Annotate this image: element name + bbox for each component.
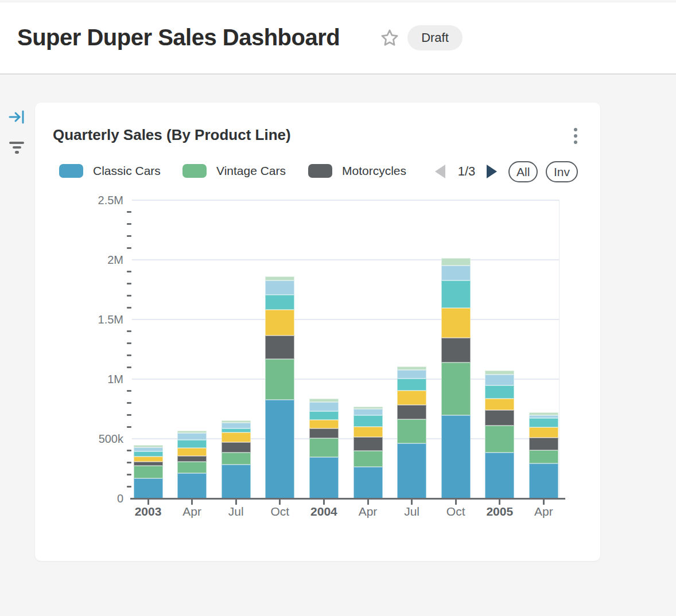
- bar-segment-unlabeled-light-green[interactable]: [134, 445, 163, 447]
- legend-item-classic-cars[interactable]: Classic Cars: [59, 163, 161, 179]
- y-axis-tick-label: 0: [63, 492, 123, 505]
- bar-segment-unlabeled-light-blue[interactable]: [441, 266, 471, 281]
- bar-segment-unlabeled-light-blue[interactable]: [265, 280, 294, 294]
- bar-segment-vintage-cars[interactable]: [309, 438, 339, 457]
- bar-segment-unlabeled-light-green[interactable]: [529, 412, 558, 415]
- bar-segment-unlabeled-teal[interactable]: [485, 385, 514, 399]
- x-axis-tick-label: 2004: [301, 505, 347, 518]
- bar-segment-motorcycles[interactable]: [177, 456, 207, 461]
- legend-item-motorcycles[interactable]: Motorcycles: [308, 163, 406, 179]
- bar-segment-unlabeled-yellow[interactable]: [134, 457, 163, 462]
- bar-segment-unlabeled-teal[interactable]: [397, 379, 426, 391]
- bar-segment-unlabeled-light-green[interactable]: [397, 367, 426, 370]
- bar-segment-unlabeled-light-blue[interactable]: [134, 447, 163, 451]
- bar-segment-unlabeled-light-green[interactable]: [309, 399, 339, 402]
- bar-segment-unlabeled-teal[interactable]: [222, 428, 251, 432]
- x-axis-tick: [323, 500, 325, 505]
- bar-segment-unlabeled-light-blue[interactable]: [222, 423, 251, 428]
- bar-segment-motorcycles[interactable]: [222, 442, 251, 452]
- bar-segment-vintage-cars[interactable]: [397, 419, 426, 443]
- bar-segment-classic-cars[interactable]: [441, 415, 471, 498]
- bar-segment-vintage-cars[interactable]: [485, 426, 514, 453]
- bar-segment-unlabeled-yellow[interactable]: [529, 427, 558, 437]
- y-axis-tick-label: 2M: [63, 253, 123, 267]
- bar-segment-unlabeled-yellow[interactable]: [177, 448, 207, 456]
- status-badge[interactable]: Draft: [407, 25, 463, 50]
- x-axis-tick-label: Jul: [213, 505, 259, 518]
- bar-segment-classic-cars[interactable]: [309, 457, 339, 498]
- bar-segment-classic-cars[interactable]: [397, 443, 426, 498]
- bar-segment-unlabeled-light-green[interactable]: [485, 371, 514, 375]
- bar-segment-unlabeled-teal[interactable]: [309, 411, 339, 420]
- y-axis-minor-tick: [127, 283, 131, 284]
- bar-segment-motorcycles[interactable]: [397, 405, 426, 419]
- legend-select-all-button[interactable]: All: [508, 161, 538, 182]
- chart-plot-area: [132, 200, 560, 498]
- legend-inverse-button[interactable]: Inv: [546, 161, 578, 182]
- bar-segment-motorcycles[interactable]: [309, 428, 339, 439]
- gridline: [132, 200, 560, 201]
- x-axis-tick: [367, 500, 369, 505]
- x-axis-tick: [191, 500, 193, 505]
- bar-segment-classic-cars[interactable]: [134, 478, 163, 498]
- bar-segment-unlabeled-light-green[interactable]: [177, 431, 207, 433]
- bar-segment-unlabeled-light-blue[interactable]: [177, 433, 207, 440]
- bar-segment-unlabeled-yellow[interactable]: [265, 310, 294, 336]
- bar-segment-vintage-cars[interactable]: [441, 362, 471, 415]
- bar-segment-motorcycles[interactable]: [441, 338, 471, 362]
- bar-segment-vintage-cars[interactable]: [222, 453, 251, 465]
- bar-segment-unlabeled-teal[interactable]: [529, 418, 558, 428]
- bar-segment-motorcycles[interactable]: [265, 336, 294, 359]
- bar-segment-unlabeled-light-blue[interactable]: [397, 370, 426, 379]
- bar-segment-classic-cars[interactable]: [177, 473, 207, 498]
- bar-segment-motorcycles[interactable]: [134, 462, 163, 466]
- bar-segment-unlabeled-light-green[interactable]: [353, 407, 383, 408]
- bar-segment-unlabeled-light-blue[interactable]: [529, 415, 558, 418]
- bar-segment-unlabeled-yellow[interactable]: [309, 420, 339, 428]
- bar-segment-unlabeled-light-blue[interactable]: [353, 409, 383, 416]
- bar-segment-unlabeled-teal[interactable]: [134, 451, 163, 457]
- bar-segment-motorcycles[interactable]: [353, 437, 383, 451]
- widget-menu-icon[interactable]: [569, 126, 582, 146]
- legend-next-page-icon[interactable]: [487, 165, 497, 178]
- bar-segment-unlabeled-light-green[interactable]: [441, 258, 471, 266]
- bar-segment-classic-cars[interactable]: [353, 467, 383, 498]
- y-axis-minor-tick: [127, 450, 131, 451]
- bar-segment-unlabeled-light-blue[interactable]: [485, 375, 514, 385]
- bar-segment-vintage-cars[interactable]: [265, 359, 294, 400]
- bar-segment-vintage-cars[interactable]: [529, 450, 558, 464]
- favorite-star-icon[interactable]: [379, 28, 400, 48]
- bar-segment-unlabeled-light-green[interactable]: [222, 420, 251, 423]
- bar-segment-classic-cars[interactable]: [265, 400, 294, 498]
- bar-segment-unlabeled-yellow[interactable]: [441, 308, 471, 338]
- legend-prev-page-icon[interactable]: [435, 165, 445, 178]
- bar-segment-unlabeled-teal[interactable]: [265, 295, 294, 310]
- bar-segment-vintage-cars[interactable]: [353, 451, 383, 467]
- x-axis-tick: [235, 500, 237, 505]
- app-header: Super Duper Sales Dashboard Draft: [0, 0, 676, 75]
- bar-segment-unlabeled-yellow[interactable]: [222, 432, 251, 443]
- bar-segment-unlabeled-yellow[interactable]: [485, 399, 514, 410]
- bar-segment-motorcycles[interactable]: [485, 410, 514, 426]
- bar-segment-motorcycles[interactable]: [529, 438, 558, 450]
- y-axis-minor-tick: [127, 223, 131, 225]
- x-axis-tick-label: Apr: [345, 505, 391, 518]
- bar-segment-unlabeled-teal[interactable]: [177, 440, 207, 448]
- bar-segment-vintage-cars[interactable]: [177, 462, 207, 473]
- bar-segment-classic-cars[interactable]: [485, 453, 514, 498]
- bar-segment-unlabeled-yellow[interactable]: [397, 391, 426, 405]
- bar-segment-unlabeled-light-blue[interactable]: [309, 402, 339, 411]
- y-axis-minor-tick: [127, 486, 131, 488]
- bar-segment-unlabeled-yellow[interactable]: [353, 427, 383, 437]
- bar-segment-unlabeled-teal[interactable]: [353, 415, 383, 426]
- bar-segment-vintage-cars[interactable]: [134, 466, 163, 478]
- legend-item-vintage-cars[interactable]: Vintage Cars: [182, 163, 286, 179]
- page-title: Super Duper Sales Dashboard: [17, 25, 340, 50]
- collapse-panel-icon[interactable]: [8, 109, 26, 125]
- y-axis-minor-tick: [127, 330, 131, 332]
- filter-icon[interactable]: [8, 139, 25, 157]
- bar-segment-unlabeled-teal[interactable]: [441, 280, 471, 307]
- bar-segment-classic-cars[interactable]: [222, 465, 251, 498]
- bar-segment-classic-cars[interactable]: [529, 463, 558, 498]
- bar-segment-unlabeled-light-green[interactable]: [265, 276, 294, 280]
